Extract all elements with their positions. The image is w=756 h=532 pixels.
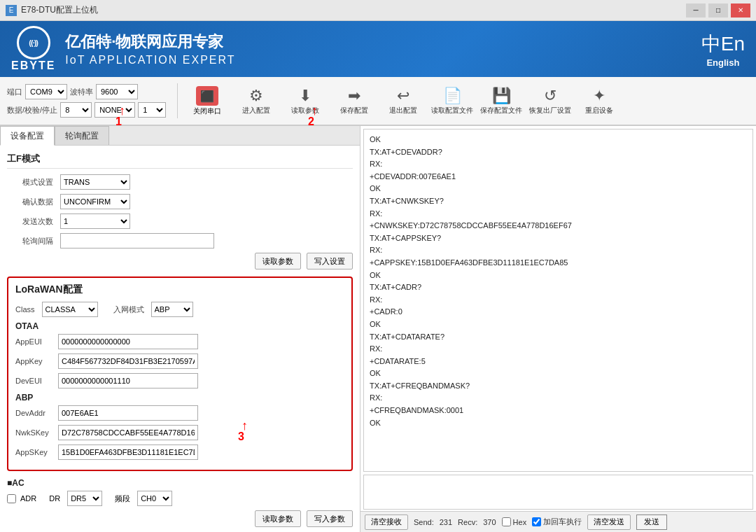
app-skey-label: AppSKey (15, 448, 54, 456)
data-label: 数据/校验/停止 (7, 105, 57, 115)
port-select[interactable]: COM9 (25, 84, 67, 99)
auto-return-checkbox-label[interactable]: 加回车执行 (532, 517, 582, 527)
download-icon: ⬇ (299, 87, 312, 105)
read-params-button[interactable]: ⬇ 读取参数 (283, 84, 328, 118)
poll-interval-row: 轮询间隔 (7, 233, 353, 248)
save-config-file-button[interactable]: 💾 保存配置文件 (479, 84, 524, 118)
brand-titles: 亿佰特·物联网应用专家 IoT APPLICATION EXPERT (65, 31, 235, 66)
restore-factory-button[interactable]: ↺ 恢复出厂设置 (528, 84, 573, 118)
otaa-title: OTAA (15, 321, 344, 331)
send-count-label: 发送次数 (7, 216, 56, 227)
console-input-area[interactable] (363, 475, 753, 510)
enter-config-label: 进入配置 (242, 106, 270, 115)
stop-bits-select[interactable]: 1 (138, 102, 166, 118)
dev-eui-input[interactable] (58, 373, 198, 388)
dev-addr-row: DevAddr (15, 405, 344, 421)
exit-config-label: 退出配置 (389, 106, 417, 115)
exit-config-button[interactable]: ↩ 退出配置 (381, 84, 426, 118)
recv-count: 370 (483, 518, 496, 526)
brand-company: 亿佰特·物联网应用专家 (65, 31, 235, 52)
enter-config-button[interactable]: ⚙ 进入配置 (234, 84, 279, 118)
baud-label: 波特率 (70, 87, 93, 97)
nwk-skey-input[interactable] (58, 425, 198, 440)
tab-device-config[interactable]: 设备配置 (0, 126, 55, 146)
port-group: 端口 COM9 波特率 9600 数据/校验/停止 8 NONE 1 (7, 84, 166, 118)
exit-icon: ↩ (397, 87, 410, 105)
mac-section: ■AC ADR DR DR5 频段 CH0 读取参 (7, 478, 353, 527)
restart-button[interactable]: ✦ 重启设备 (577, 84, 622, 118)
save-config-button[interactable]: ➡ 保存配置 (332, 84, 377, 118)
mac-write-btn[interactable]: 写入参数 (307, 510, 353, 527)
file-save-icon: 💾 (492, 87, 511, 105)
send-count-select[interactable]: 1 (60, 214, 130, 229)
restore-factory-label: 恢复出厂设置 (529, 106, 571, 115)
data-bits-select[interactable]: 8 (60, 102, 92, 118)
lf-mode-title: 工F模式 (7, 153, 353, 169)
tab-poll-config[interactable]: 轮询配置 (55, 126, 109, 145)
send-button[interactable]: 发送 (636, 514, 667, 530)
main-content: 设备配置 轮询配置 工F模式 模式设置 TRANS 确认数据 UNCONFIRM (0, 126, 756, 532)
read-config-file-label: 读取配置文件 (431, 106, 473, 115)
tab-bar: 设备配置 轮询配置 (0, 126, 360, 146)
join-mode-select[interactable]: ABP (151, 302, 193, 317)
app-skey-input[interactable] (58, 444, 198, 460)
close-button[interactable]: ✕ (731, 4, 750, 18)
maximize-button[interactable]: □ (708, 4, 728, 18)
window-controls: ─ □ ✕ (686, 4, 750, 18)
brand-name-text: EBYTE (11, 59, 55, 72)
lang-icon: 中En (701, 31, 745, 57)
app-key-label: AppKey (15, 357, 54, 365)
dev-addr-input[interactable] (58, 405, 198, 421)
lf-mode-btn-row: 读取参数 写入设置 (7, 253, 353, 270)
mac-read-btn[interactable]: 读取参数 (255, 510, 301, 527)
close-port-button[interactable]: ⬛ 关闭串口 (185, 83, 230, 118)
hex-label: Hex (513, 518, 527, 526)
hex-checkbox[interactable] (502, 517, 511, 526)
parity-select[interactable]: NONE (94, 102, 135, 118)
app-eui-row: AppEUI (15, 334, 344, 349)
right-panel: OKTX:AT+CDEVADDR?RX:+CDEVADDR:007E6AE1OK… (360, 126, 756, 532)
dr-label: DR (49, 494, 60, 503)
dev-eui-row: DevEUI (15, 373, 344, 388)
restore-icon: ↺ (544, 87, 556, 105)
mode-select[interactable]: TRANS (60, 174, 130, 190)
class-label: Class (15, 305, 35, 314)
console-output[interactable]: OKTX:AT+CDEVADDR?RX:+CDEVADDR:007E6AE1OK… (363, 129, 753, 472)
minimize-button[interactable]: ─ (686, 4, 706, 18)
hex-checkbox-label[interactable]: Hex (502, 517, 527, 526)
language-switcher[interactable]: 中En English (701, 31, 745, 68)
read-config-file-button[interactable]: 📄 读取配置文件 (430, 84, 475, 118)
toolbar: 端口 COM9 波特率 9600 数据/校验/停止 8 NONE 1 (0, 77, 756, 126)
confirm-select[interactable]: UNCONFIRM (60, 194, 130, 209)
app-key-input[interactable] (58, 354, 198, 369)
adr-label: ADR (20, 494, 36, 503)
adr-row: ADR DR DR5 频段 CH0 (7, 491, 353, 506)
class-row: Class CLASSA 入网模式 ABP (15, 302, 344, 317)
lf-read-btn[interactable]: 读取参数 (255, 253, 301, 270)
left-panel: 设备配置 轮询配置 工F模式 模式设置 TRANS 确认数据 UNCONFIRM (0, 126, 360, 532)
close-port-icon: ⬛ (196, 86, 218, 106)
restart-icon: ✦ (593, 87, 606, 105)
dev-eui-label: DevEUI (15, 377, 54, 385)
adr-checkbox[interactable] (7, 494, 16, 503)
title-text: E78-DTU配置上位机 (21, 4, 98, 16)
restart-label: 重启设备 (585, 106, 613, 115)
dr-select[interactable]: DR5 (67, 491, 102, 506)
auto-return-checkbox[interactable] (532, 517, 541, 526)
save-config-label: 保存配置 (340, 106, 368, 115)
save-config-file-label: 保存配置文件 (480, 106, 522, 115)
lf-write-btn[interactable]: 写入设置 (307, 253, 353, 270)
baud-select[interactable]: 9600 (96, 84, 138, 99)
clear-recv-button[interactable]: 清空接收 (365, 514, 408, 530)
freq-select[interactable]: CH0 (137, 491, 172, 506)
app-eui-input[interactable] (58, 334, 198, 349)
class-select[interactable]: CLASSA (42, 302, 98, 317)
app-eui-label: AppEUI (15, 337, 54, 346)
mode-label: 模式设置 (7, 177, 56, 188)
lorawan-title: LoRaWAN配置 (15, 284, 344, 296)
close-port-label: 关闭串口 (193, 107, 221, 115)
save-icon: ➡ (348, 87, 360, 105)
poll-interval-input[interactable] (60, 233, 214, 248)
clear-send-button[interactable]: 清空发送 (587, 514, 631, 530)
send-count: 231 (440, 518, 452, 526)
